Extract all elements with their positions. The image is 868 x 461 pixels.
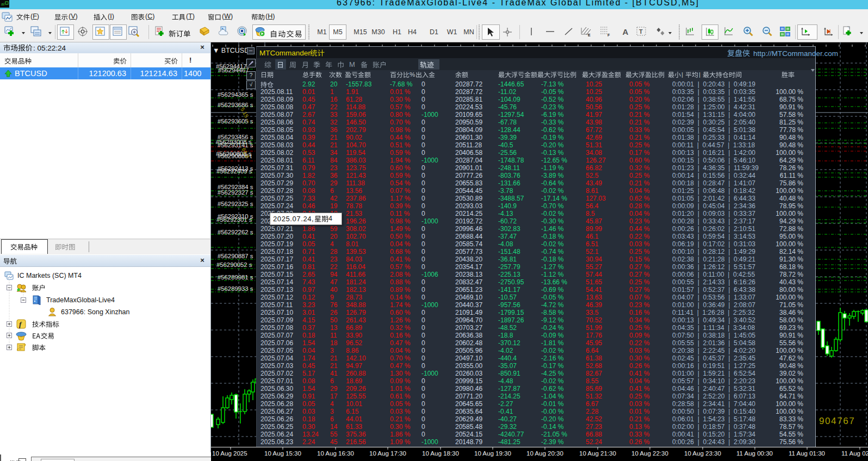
- svg-text:F: F: [607, 33, 610, 37]
- svg-text:E: E: [588, 33, 591, 37]
- svg-text:T: T: [639, 28, 643, 35]
- svg-text:al: al: [1, 2, 4, 7]
